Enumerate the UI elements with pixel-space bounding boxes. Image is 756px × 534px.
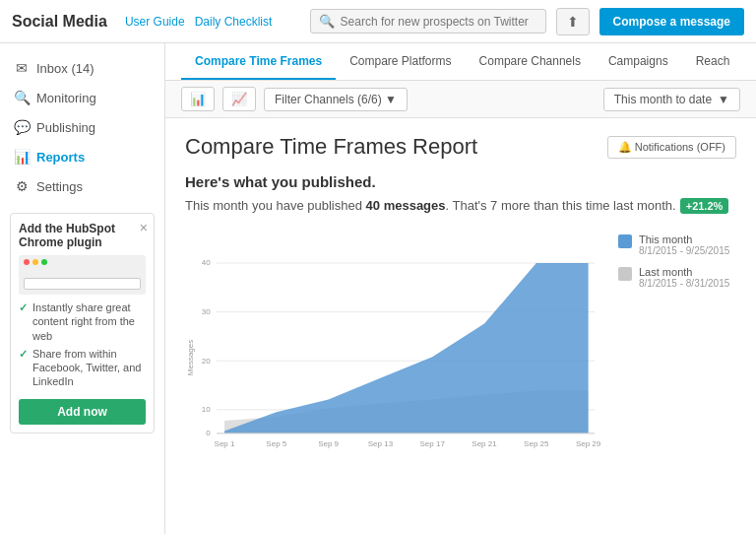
sidebar-item-inbox-label: Inbox (14) <box>36 61 94 76</box>
report-desc-start: This month you have published <box>185 198 366 213</box>
reports-icon: 📊 <box>14 149 30 165</box>
compose-message-button[interactable]: Compose a message <box>599 8 744 35</box>
user-guide-link[interactable]: User Guide <box>125 15 185 29</box>
svg-text:30: 30 <box>202 307 211 316</box>
plugin-card-title: Add the HubSpot Chrome plugin <box>19 222 146 249</box>
legend-last-month-dates: 8/1/2015 - 8/31/2015 <box>639 278 729 289</box>
report-title-row: Compare Time Frames Report 🔔 Notificatio… <box>185 134 736 160</box>
tabs-row: Compare Time Frames Compare Platforms Co… <box>165 43 756 81</box>
svg-text:20: 20 <box>202 356 211 365</box>
sidebar-item-settings[interactable]: ⚙ Settings <box>0 171 164 201</box>
sidebar-item-publishing[interactable]: 💬 Publishing <box>0 112 164 142</box>
search-input[interactable] <box>341 15 537 29</box>
browser-dot-yellow <box>32 259 38 265</box>
report-description: This month you have published 40 message… <box>185 196 736 216</box>
report-subtitle: Here's what you published. <box>185 173 736 190</box>
browser-preview <box>19 255 146 295</box>
toolbar: 📊 📈 Filter Channels (6/6) ▼ This month t… <box>165 81 756 118</box>
chart-svg: 40 30 20 10 0 Messages <box>185 230 602 486</box>
plugin-feature-2-text: Share from within Facebook, Twitter, and… <box>32 347 146 389</box>
legend-this-month-label: This month <box>639 234 729 245</box>
sidebar-item-inbox[interactable]: ✉ Inbox (14) <box>0 53 164 83</box>
search-box: 🔍 <box>310 9 546 33</box>
main-content: Compare Time Frames Compare Platforms Co… <box>165 43 756 534</box>
filter-channels-button[interactable]: Filter Channels (6/6) ▼ <box>264 88 408 111</box>
svg-text:0: 0 <box>206 429 211 437</box>
svg-text:Sep 1: Sep 1 <box>215 438 235 447</box>
monitoring-icon: 🔍 <box>14 90 30 105</box>
report-highlight: 40 messages <box>366 198 446 213</box>
sidebar-item-monitoring[interactable]: 🔍 Monitoring <box>0 83 164 112</box>
app-logo: Social Media <box>12 13 107 31</box>
daily-checklist-link[interactable]: Daily Checklist <box>195 15 273 29</box>
svg-text:Sep 5: Sep 5 <box>266 438 286 447</box>
chart-area: 40 30 20 10 0 Messages <box>185 230 602 489</box>
legend-color-this-month <box>618 234 632 248</box>
chart-container: 40 30 20 10 0 Messages <box>185 230 736 489</box>
main-layout: ✉ Inbox (14) 🔍 Monitoring 💬 Publishing 📊… <box>0 43 756 534</box>
browser-dot-red <box>24 259 30 265</box>
legend-item-this-month: This month 8/1/2015 - 9/25/2015 <box>618 234 736 256</box>
chevron-down-icon: ▼ <box>718 93 729 106</box>
svg-text:Sep 17: Sep 17 <box>420 438 446 447</box>
sidebar-item-monitoring-label: Monitoring <box>36 91 96 105</box>
report-body: Compare Time Frames Report 🔔 Notificatio… <box>165 118 756 534</box>
sidebar-item-settings-label: Settings <box>36 179 83 194</box>
tab-compare-channels[interactable]: Compare Channels <box>466 44 595 80</box>
browser-dot-green <box>41 259 47 265</box>
sidebar-item-publishing-label: Publishing <box>36 120 95 135</box>
report-desc-end: . That's 7 more than this time last mont… <box>446 198 676 213</box>
trend-icon-button[interactable]: 📈 <box>222 87 256 111</box>
svg-text:Sep 25: Sep 25 <box>524 438 549 447</box>
tab-campaigns[interactable]: Campaigns <box>595 44 682 80</box>
svg-text:Sep 21: Sep 21 <box>472 438 497 447</box>
svg-text:Sep 9: Sep 9 <box>318 438 339 447</box>
inbox-icon: ✉ <box>14 60 30 76</box>
plugin-card-close-button[interactable]: × <box>140 220 148 235</box>
tab-compare-time-frames[interactable]: Compare Time Frames <box>181 44 336 80</box>
tab-reach[interactable]: Reach <box>682 44 744 80</box>
browser-address-bar <box>24 278 141 290</box>
plugin-card: Add the HubSpot Chrome plugin × ✓ Instan… <box>10 213 155 434</box>
svg-marker-12 <box>224 263 589 434</box>
settings-icon: ⚙ <box>14 178 30 194</box>
svg-text:Sep 13: Sep 13 <box>368 438 394 447</box>
chart-legend: This month 8/1/2015 - 9/25/2015 Last mon… <box>618 230 736 489</box>
bar-chart-icon-button[interactable]: 📊 <box>181 87 215 111</box>
legend-last-month-label: Last month <box>639 266 729 278</box>
search-icon: 🔍 <box>319 14 335 29</box>
svg-text:Sep 29: Sep 29 <box>576 438 601 447</box>
add-now-button[interactable]: Add now <box>19 399 146 425</box>
plugin-feature-2: ✓ Share from within Facebook, Twitter, a… <box>19 347 146 389</box>
date-label: This month to date <box>614 93 712 106</box>
report-badge: +21.2% <box>680 198 729 214</box>
check-icon-1: ✓ <box>19 300 28 314</box>
legend-item-last-month: Last month 8/1/2015 - 8/31/2015 <box>618 266 736 289</box>
check-icon-2: ✓ <box>19 347 28 361</box>
plugin-feature-1: ✓ Instantly share great content right fr… <box>19 300 146 343</box>
notifications-button[interactable]: 🔔 Notifications (OFF) <box>607 136 736 159</box>
report-title-text: Compare Time Frames Report <box>185 134 477 160</box>
legend-this-month-dates: 8/1/2015 - 9/25/2015 <box>639 245 729 256</box>
tab-compare-platforms[interactable]: Compare Platforms <box>336 44 465 80</box>
sidebar: ✉ Inbox (14) 🔍 Monitoring 💬 Publishing 📊… <box>0 43 165 534</box>
header: Social Media User Guide Daily Checklist … <box>0 0 756 43</box>
svg-text:10: 10 <box>202 405 211 414</box>
sidebar-item-reports-label: Reports <box>36 150 85 165</box>
publishing-icon: 💬 <box>14 119 30 135</box>
svg-text:Messages: Messages <box>186 339 195 374</box>
legend-color-last-month <box>618 267 632 281</box>
svg-text:40: 40 <box>202 258 211 267</box>
date-select[interactable]: This month to date ▼ <box>603 88 740 111</box>
sidebar-item-reports[interactable]: 📊 Reports <box>0 142 164 171</box>
cloud-button[interactable]: ⬆ <box>556 8 590 35</box>
plugin-feature-1-text: Instantly share great content right from… <box>32 300 146 343</box>
